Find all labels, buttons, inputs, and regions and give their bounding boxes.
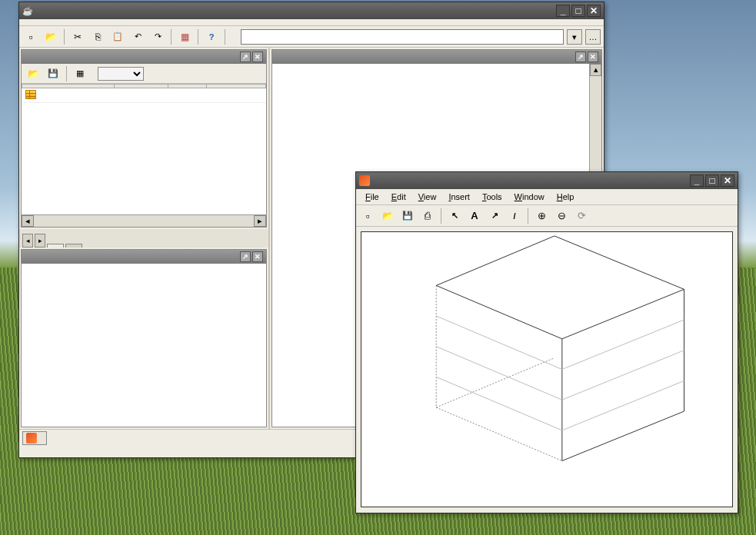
print-figure-icon[interactable]	[419, 208, 436, 224]
scroll-left-icon[interactable]: ◂	[22, 215, 34, 227]
toolbar-separator	[225, 29, 225, 45]
copy-icon[interactable]	[89, 28, 106, 45]
insert-line-icon[interactable]	[506, 208, 523, 224]
undock-icon[interactable]: ↗	[575, 52, 586, 62]
matlab-logo-icon	[359, 175, 370, 186]
scroll-up-icon[interactable]: ▴	[590, 64, 601, 76]
workspace-tabbar: ◂ ▸	[19, 229, 268, 248]
open-file-icon[interactable]	[42, 28, 59, 45]
current-directory-dropdown-icon[interactable]: ▾	[567, 29, 582, 45]
matlab-menubar	[19, 19, 604, 26]
ws-open-icon[interactable]	[25, 65, 42, 82]
figure-body	[356, 227, 738, 512]
save-figure-icon[interactable]	[399, 208, 416, 224]
undock-icon[interactable]: ↗	[240, 52, 251, 62]
svg-line-11	[562, 320, 684, 369]
svg-line-14	[436, 377, 562, 430]
workspace-hscrollbar[interactable]: ◂ ▸	[22, 214, 266, 227]
matlab-logo-icon	[26, 433, 37, 444]
command-history-list[interactable]	[22, 264, 266, 427]
redo-icon[interactable]	[149, 28, 166, 45]
undo-icon[interactable]	[129, 28, 146, 45]
svg-line-9	[562, 411, 684, 460]
menu-edit[interactable]	[35, 21, 47, 24]
variable-icon	[25, 90, 36, 99]
maximize-button[interactable]: □	[571, 5, 585, 17]
svg-line-1	[436, 407, 562, 460]
minimize-button[interactable]: _	[690, 174, 704, 187]
toolbar-separator	[441, 208, 441, 224]
command-history-panel: ↗ ✕	[21, 249, 267, 427]
mesh-plot	[361, 232, 732, 507]
new-file-icon[interactable]	[22, 28, 39, 45]
svg-line-10	[436, 316, 562, 369]
figmenu-view[interactable]: View	[412, 191, 443, 203]
svg-line-13	[562, 351, 684, 400]
var-bytes	[168, 88, 207, 103]
figmenu-window[interactable]: Window	[508, 191, 551, 203]
browse-directory-button[interactable]: …	[585, 29, 601, 45]
insert-text-icon[interactable]	[466, 208, 483, 224]
close-button[interactable]: ✕	[587, 5, 601, 17]
toolbar-separator	[66, 66, 67, 81]
start-button[interactable]	[22, 431, 47, 445]
figure-axes[interactable]	[361, 231, 733, 507]
matlab-toolbar: ▾ …	[19, 26, 604, 48]
figure-window: _ □ ✕ File Edit View Insert Tools Window…	[355, 171, 738, 513]
svg-line-12	[436, 347, 562, 400]
ws-save-icon[interactable]	[45, 65, 62, 82]
stack-select[interactable]	[98, 67, 144, 81]
command-history-header[interactable]: ↗ ✕	[22, 250, 266, 264]
panel-close-icon[interactable]: ✕	[252, 52, 263, 62]
cut-icon[interactable]	[69, 28, 86, 45]
tab-workspace[interactable]	[47, 244, 64, 248]
tab-prev-icon[interactable]: ◂	[22, 234, 33, 248]
zoom-in-icon[interactable]	[533, 208, 550, 224]
help-icon[interactable]	[203, 28, 220, 45]
open-figure-icon[interactable]	[379, 208, 396, 224]
figmenu-insert[interactable]: Insert	[442, 191, 476, 203]
figmenu-edit[interactable]: Edit	[385, 191, 412, 203]
workspace-header[interactable]: ↗ ✕	[22, 50, 266, 64]
maximize-button[interactable]: □	[705, 174, 719, 187]
workspace-table[interactable]	[22, 84, 266, 214]
panel-close-icon[interactable]: ✕	[588, 52, 598, 62]
svg-line-15	[562, 380, 684, 430]
menu-window[interactable]	[72, 21, 84, 24]
workspace-toolbar: ▦	[22, 64, 266, 84]
figmenu-tools[interactable]: Tools	[476, 191, 508, 203]
edit-plot-icon[interactable]	[446, 208, 463, 224]
minimize-button[interactable]: _	[556, 5, 570, 17]
zoom-out-icon[interactable]	[553, 208, 570, 224]
insert-arrow-icon[interactable]	[486, 208, 503, 224]
panel-close-icon[interactable]: ✕	[252, 251, 263, 262]
matlab-titlebar[interactable]: ☕ _ □ ✕	[19, 2, 604, 19]
menu-web[interactable]	[59, 21, 72, 24]
table-row[interactable]	[22, 88, 266, 103]
command-window-header[interactable]: ↗ ✕	[272, 50, 601, 64]
current-directory-input[interactable]	[241, 29, 564, 45]
figure-titlebar[interactable]: _ □ ✕	[356, 172, 738, 189]
close-button[interactable]: ✕	[721, 174, 734, 187]
tab-next-icon[interactable]: ▸	[35, 234, 45, 248]
new-figure-icon[interactable]	[359, 208, 376, 224]
ws-print-icon[interactable]: ▦	[72, 65, 88, 82]
svg-line-8	[562, 289, 684, 338]
simulink-icon[interactable]	[176, 28, 193, 45]
toolbar-separator	[528, 208, 528, 224]
history-line[interactable]	[25, 271, 263, 273]
menu-help[interactable]	[84, 21, 96, 24]
undock-icon[interactable]: ↗	[240, 251, 251, 262]
svg-line-3	[436, 285, 562, 338]
tab-current-directory[interactable]	[65, 244, 82, 248]
menu-view[interactable]	[47, 21, 59, 24]
figmenu-file[interactable]: File	[359, 191, 385, 203]
toolbar-separator	[64, 29, 65, 45]
figmenu-help[interactable]: Help	[551, 191, 581, 203]
var-class	[207, 88, 266, 103]
menu-file[interactable]	[22, 21, 35, 24]
rotate-3d-icon[interactable]	[573, 208, 590, 224]
scroll-track[interactable]	[34, 215, 254, 227]
paste-icon[interactable]	[109, 28, 126, 45]
scroll-right-icon[interactable]: ▸	[254, 215, 266, 227]
